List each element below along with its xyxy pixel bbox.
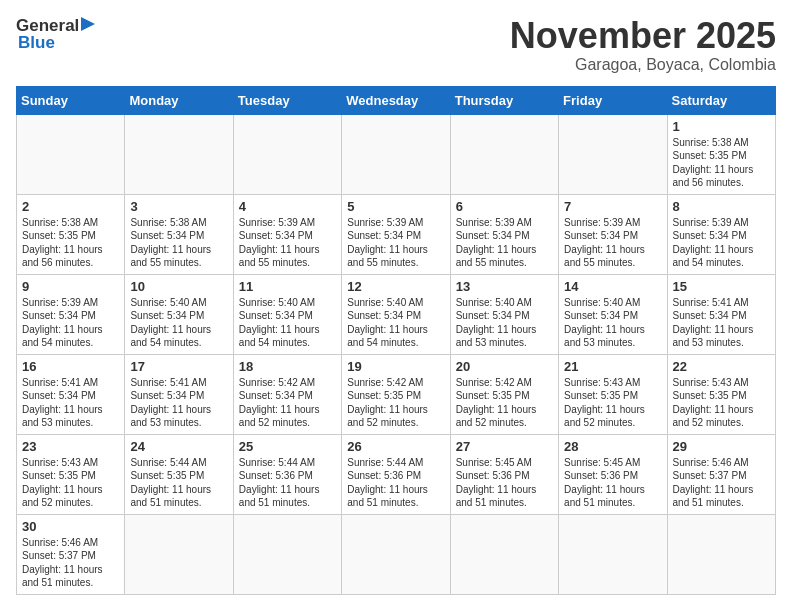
calendar-cell: 9Sunrise: 5:39 AM Sunset: 5:34 PM Daylig… [17,274,125,354]
day-number: 19 [347,359,444,374]
calendar-week-row: 1Sunrise: 5:38 AM Sunset: 5:35 PM Daylig… [17,114,776,194]
day-info: Sunrise: 5:45 AM Sunset: 5:36 PM Dayligh… [564,456,661,510]
day-number: 21 [564,359,661,374]
day-number: 22 [673,359,770,374]
calendar-cell: 29Sunrise: 5:46 AM Sunset: 5:37 PM Dayli… [667,434,775,514]
calendar-cell [450,114,558,194]
weekday-header-friday: Friday [559,86,667,114]
day-number: 2 [22,199,119,214]
day-number: 13 [456,279,553,294]
day-info: Sunrise: 5:39 AM Sunset: 5:34 PM Dayligh… [456,216,553,270]
weekday-header-row: SundayMondayTuesdayWednesdayThursdayFrid… [17,86,776,114]
calendar-week-row: 9Sunrise: 5:39 AM Sunset: 5:34 PM Daylig… [17,274,776,354]
day-info: Sunrise: 5:42 AM Sunset: 5:35 PM Dayligh… [347,376,444,430]
calendar-week-row: 2Sunrise: 5:38 AM Sunset: 5:35 PM Daylig… [17,194,776,274]
calendar-cell: 13Sunrise: 5:40 AM Sunset: 5:34 PM Dayli… [450,274,558,354]
day-info: Sunrise: 5:38 AM Sunset: 5:35 PM Dayligh… [673,136,770,190]
day-number: 9 [22,279,119,294]
calendar-cell: 14Sunrise: 5:40 AM Sunset: 5:34 PM Dayli… [559,274,667,354]
day-info: Sunrise: 5:40 AM Sunset: 5:34 PM Dayligh… [564,296,661,350]
day-number: 1 [673,119,770,134]
day-info: Sunrise: 5:41 AM Sunset: 5:34 PM Dayligh… [673,296,770,350]
day-info: Sunrise: 5:42 AM Sunset: 5:35 PM Dayligh… [456,376,553,430]
day-number: 30 [22,519,119,534]
day-info: Sunrise: 5:42 AM Sunset: 5:34 PM Dayligh… [239,376,336,430]
day-number: 28 [564,439,661,454]
day-number: 29 [673,439,770,454]
calendar-week-row: 16Sunrise: 5:41 AM Sunset: 5:34 PM Dayli… [17,354,776,434]
day-info: Sunrise: 5:41 AM Sunset: 5:34 PM Dayligh… [130,376,227,430]
day-info: Sunrise: 5:38 AM Sunset: 5:34 PM Dayligh… [130,216,227,270]
day-number: 5 [347,199,444,214]
page-header: General Blue November 2025 Garagoa, Boya… [16,16,776,74]
day-info: Sunrise: 5:39 AM Sunset: 5:34 PM Dayligh… [347,216,444,270]
day-info: Sunrise: 5:43 AM Sunset: 5:35 PM Dayligh… [673,376,770,430]
logo: General Blue [16,16,95,53]
day-info: Sunrise: 5:39 AM Sunset: 5:34 PM Dayligh… [22,296,119,350]
weekday-header-wednesday: Wednesday [342,86,450,114]
calendar-cell: 8Sunrise: 5:39 AM Sunset: 5:34 PM Daylig… [667,194,775,274]
calendar-cell [17,114,125,194]
day-info: Sunrise: 5:39 AM Sunset: 5:34 PM Dayligh… [239,216,336,270]
calendar-cell: 19Sunrise: 5:42 AM Sunset: 5:35 PM Dayli… [342,354,450,434]
weekday-header-tuesday: Tuesday [233,86,341,114]
day-number: 6 [456,199,553,214]
day-number: 26 [347,439,444,454]
day-number: 20 [456,359,553,374]
calendar-cell [233,514,341,594]
day-info: Sunrise: 5:46 AM Sunset: 5:37 PM Dayligh… [673,456,770,510]
day-info: Sunrise: 5:44 AM Sunset: 5:36 PM Dayligh… [347,456,444,510]
calendar-cell: 18Sunrise: 5:42 AM Sunset: 5:34 PM Dayli… [233,354,341,434]
day-info: Sunrise: 5:40 AM Sunset: 5:34 PM Dayligh… [347,296,444,350]
day-number: 15 [673,279,770,294]
day-info: Sunrise: 5:43 AM Sunset: 5:35 PM Dayligh… [22,456,119,510]
day-info: Sunrise: 5:41 AM Sunset: 5:34 PM Dayligh… [22,376,119,430]
calendar-body: 1Sunrise: 5:38 AM Sunset: 5:35 PM Daylig… [17,114,776,594]
calendar-cell: 2Sunrise: 5:38 AM Sunset: 5:35 PM Daylig… [17,194,125,274]
day-number: 8 [673,199,770,214]
calendar-cell: 22Sunrise: 5:43 AM Sunset: 5:35 PM Dayli… [667,354,775,434]
day-number: 24 [130,439,227,454]
calendar-cell [342,514,450,594]
month-title: November 2025 [510,16,776,56]
calendar-cell: 3Sunrise: 5:38 AM Sunset: 5:34 PM Daylig… [125,194,233,274]
calendar-cell [450,514,558,594]
day-info: Sunrise: 5:40 AM Sunset: 5:34 PM Dayligh… [456,296,553,350]
calendar-cell: 7Sunrise: 5:39 AM Sunset: 5:34 PM Daylig… [559,194,667,274]
day-number: 23 [22,439,119,454]
day-number: 10 [130,279,227,294]
day-number: 3 [130,199,227,214]
day-info: Sunrise: 5:44 AM Sunset: 5:36 PM Dayligh… [239,456,336,510]
day-number: 4 [239,199,336,214]
day-info: Sunrise: 5:39 AM Sunset: 5:34 PM Dayligh… [564,216,661,270]
location-title: Garagoa, Boyaca, Colombia [510,56,776,74]
calendar-cell: 26Sunrise: 5:44 AM Sunset: 5:36 PM Dayli… [342,434,450,514]
calendar-cell [667,514,775,594]
day-number: 12 [347,279,444,294]
day-number: 27 [456,439,553,454]
calendar-week-row: 30Sunrise: 5:46 AM Sunset: 5:37 PM Dayli… [17,514,776,594]
day-info: Sunrise: 5:39 AM Sunset: 5:34 PM Dayligh… [673,216,770,270]
calendar-cell [125,114,233,194]
weekday-header-monday: Monday [125,86,233,114]
weekday-header-thursday: Thursday [450,86,558,114]
day-info: Sunrise: 5:44 AM Sunset: 5:35 PM Dayligh… [130,456,227,510]
day-number: 25 [239,439,336,454]
day-info: Sunrise: 5:45 AM Sunset: 5:36 PM Dayligh… [456,456,553,510]
weekday-header-saturday: Saturday [667,86,775,114]
day-info: Sunrise: 5:38 AM Sunset: 5:35 PM Dayligh… [22,216,119,270]
calendar-cell: 28Sunrise: 5:45 AM Sunset: 5:36 PM Dayli… [559,434,667,514]
logo-arrow-icon [81,17,95,31]
calendar-cell: 1Sunrise: 5:38 AM Sunset: 5:35 PM Daylig… [667,114,775,194]
calendar-cell [342,114,450,194]
calendar-cell: 11Sunrise: 5:40 AM Sunset: 5:34 PM Dayli… [233,274,341,354]
calendar-cell [233,114,341,194]
title-area: November 2025 Garagoa, Boyaca, Colombia [510,16,776,74]
calendar-cell: 24Sunrise: 5:44 AM Sunset: 5:35 PM Dayli… [125,434,233,514]
calendar-cell: 25Sunrise: 5:44 AM Sunset: 5:36 PM Dayli… [233,434,341,514]
day-info: Sunrise: 5:43 AM Sunset: 5:35 PM Dayligh… [564,376,661,430]
day-number: 18 [239,359,336,374]
calendar-cell: 16Sunrise: 5:41 AM Sunset: 5:34 PM Dayli… [17,354,125,434]
calendar-cell: 10Sunrise: 5:40 AM Sunset: 5:34 PM Dayli… [125,274,233,354]
calendar-cell: 12Sunrise: 5:40 AM Sunset: 5:34 PM Dayli… [342,274,450,354]
